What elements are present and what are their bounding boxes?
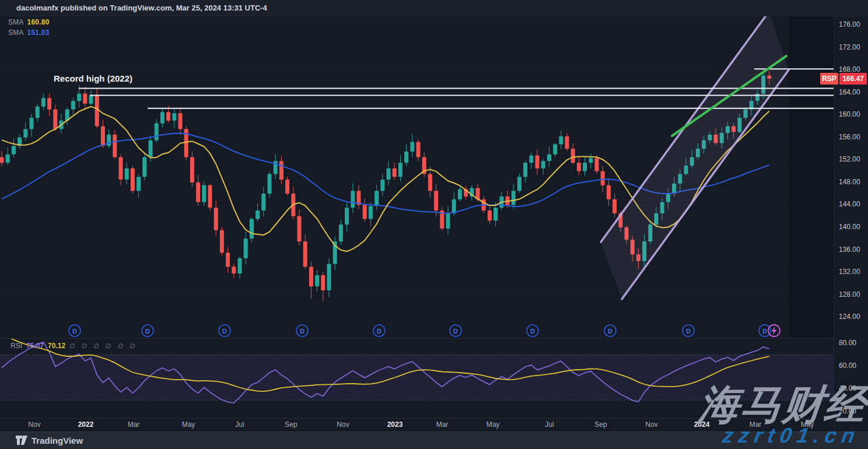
- time-axis-label: Jul: [235, 420, 244, 429]
- rsi-axis-label: 60.00: [839, 362, 856, 370]
- price-axis-label: 132.00: [839, 268, 860, 276]
- lightning-icon: [772, 327, 777, 335]
- price-axis-label: 144.00: [839, 200, 860, 208]
- price-axis-label: 152.00: [839, 155, 860, 163]
- price-axis-label: 164.00: [839, 88, 860, 96]
- price-axis-label: 148.00: [839, 178, 860, 186]
- published-attribution: dacolmanfx published on TradingView.com,…: [16, 3, 267, 12]
- sma-slow-value: 151.03: [27, 29, 50, 37]
- time-axis-label: Sep: [594, 420, 607, 429]
- sma-fast-value: 160.80: [27, 18, 50, 26]
- time-axis-label: May: [487, 420, 500, 429]
- price-axis-label: 160.00: [839, 110, 860, 118]
- sma-fast-label: SMA: [8, 18, 24, 26]
- rsi-legend[interactable]: RSI75.0770.12∅ ∅ ∅ ∅ ∅ ∅: [10, 342, 142, 350]
- time-axis-label: Sep: [285, 420, 297, 429]
- rsi-value: 75.07: [26, 342, 44, 350]
- time-axis-label: Nov: [645, 420, 657, 429]
- rsi-ma-value: 70.12: [48, 342, 65, 350]
- dividend-markers[interactable]: DDDDDDDDDD: [69, 325, 771, 336]
- time-axis-label: Mar: [436, 420, 449, 429]
- symbol-badge: RSP: [820, 73, 838, 85]
- record-high-annotation[interactable]: Record high (2022): [54, 73, 132, 83]
- svg-text:D: D: [453, 328, 458, 335]
- channel-fill: [601, 12, 789, 299]
- rsi-axis-label: 80.00: [839, 339, 856, 347]
- time-axis-label: Mar: [128, 420, 140, 429]
- sma-slow-label: SMA: [8, 29, 24, 37]
- svg-text:D: D: [762, 328, 767, 335]
- tradingview-logo-icon[interactable]: [15, 435, 28, 446]
- svg-text:D: D: [608, 328, 612, 335]
- sma-slow-legend[interactable]: SMA151.03: [8, 29, 50, 37]
- rsi-label: RSI: [10, 342, 22, 350]
- svg-text:D: D: [686, 328, 691, 335]
- price-axis-label: 156.00: [839, 133, 860, 141]
- price-axis-label: 124.00: [839, 313, 860, 321]
- price-axis-label: 140.00: [839, 223, 860, 231]
- time-axis-label: Jul: [545, 420, 554, 429]
- tradingview-chart-window: DDDDDDDDDD dacolmanfx published on Tradi…: [0, 0, 868, 449]
- price-axis-label: 128.00: [839, 290, 860, 299]
- sma-fast-legend[interactable]: SMA160.80: [8, 18, 50, 26]
- price-axis-label: 168.00: [839, 65, 860, 73]
- future-area-shade: [789, 16, 834, 337]
- price-axis-label: 176.00: [839, 20, 860, 29]
- svg-text:D: D: [300, 328, 304, 335]
- svg-text:D: D: [145, 328, 150, 335]
- svg-text:D: D: [222, 328, 227, 335]
- time-axis-label-year: 2023: [387, 420, 403, 429]
- tradingview-brand-text[interactable]: TradingView: [32, 436, 83, 446]
- last-price-badge: 166.47: [839, 73, 867, 85]
- price-axis-label: 172.00: [839, 43, 860, 51]
- svg-text:D: D: [530, 328, 535, 335]
- time-axis-label: May: [182, 420, 195, 429]
- price-axis-label: 136.00: [839, 245, 860, 254]
- time-axis-label: Nov: [337, 420, 349, 429]
- svg-text:D: D: [72, 328, 77, 335]
- rsi-empty-values: ∅ ∅ ∅ ∅ ∅ ∅: [69, 342, 138, 349]
- svg-text:D: D: [377, 328, 382, 335]
- watermark-site-url: zzrt01.cn: [720, 423, 862, 448]
- time-axis-label-year: 2022: [78, 420, 94, 429]
- time-axis-label: Nov: [28, 420, 40, 429]
- price-pane[interactable]: DDDDDDDDDD: [0, 12, 834, 337]
